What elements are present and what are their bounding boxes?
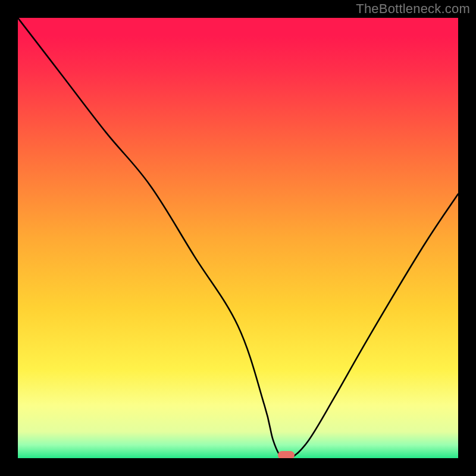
bottleneck-curve [18, 18, 458, 458]
plot-area [18, 18, 458, 458]
optimum-marker [278, 451, 295, 458]
curve-path [18, 18, 458, 458]
chart-stage: TheBottleneck.com [0, 0, 476, 476]
watermark-label: TheBottleneck.com [356, 1, 470, 17]
